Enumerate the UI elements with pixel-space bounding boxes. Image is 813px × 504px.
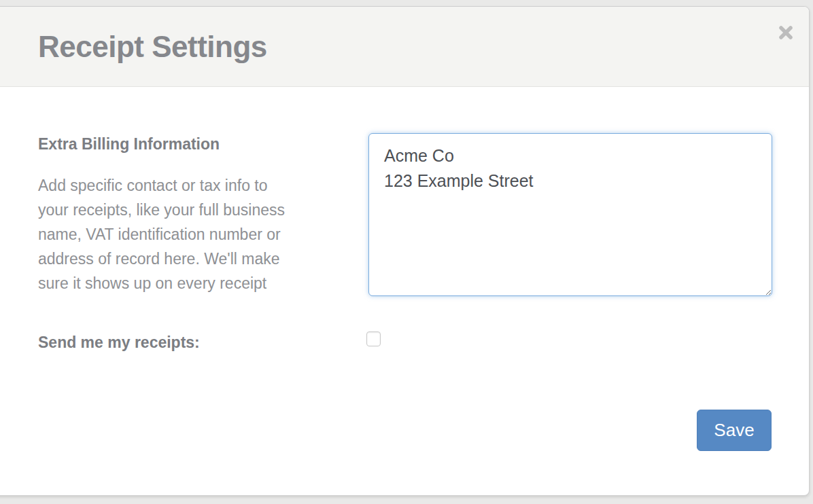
modal-body: Extra Billing Information Add specific c… xyxy=(0,87,809,495)
close-icon xyxy=(778,25,793,42)
send-receipts-checkbox[interactable] xyxy=(366,331,381,346)
billing-info-textarea[interactable]: Acme Co 123 Example Street xyxy=(368,133,772,296)
billing-description-line: name, VAT identification number or xyxy=(38,222,337,247)
billing-description-line: your receipts, like your full business xyxy=(38,198,337,222)
save-button[interactable]: Save xyxy=(697,410,772,451)
close-button[interactable] xyxy=(772,20,799,47)
billing-description-line: address of record here. We'll make xyxy=(38,247,337,271)
billing-description-line: sure it shows up on every receipt xyxy=(38,271,337,295)
modal-title: Receipt Settings xyxy=(38,30,267,64)
send-receipts-label: Send me my receipts: xyxy=(38,334,200,352)
billing-description-line: Add specific contact or tax info to xyxy=(38,173,337,198)
billing-info-label: Extra Billing Information xyxy=(38,135,220,154)
modal-header: Receipt Settings xyxy=(0,7,809,87)
billing-description: Add specific contact or tax info to your… xyxy=(38,173,337,295)
receipt-settings-modal: Receipt Settings Extra Billing Informati… xyxy=(0,6,810,496)
